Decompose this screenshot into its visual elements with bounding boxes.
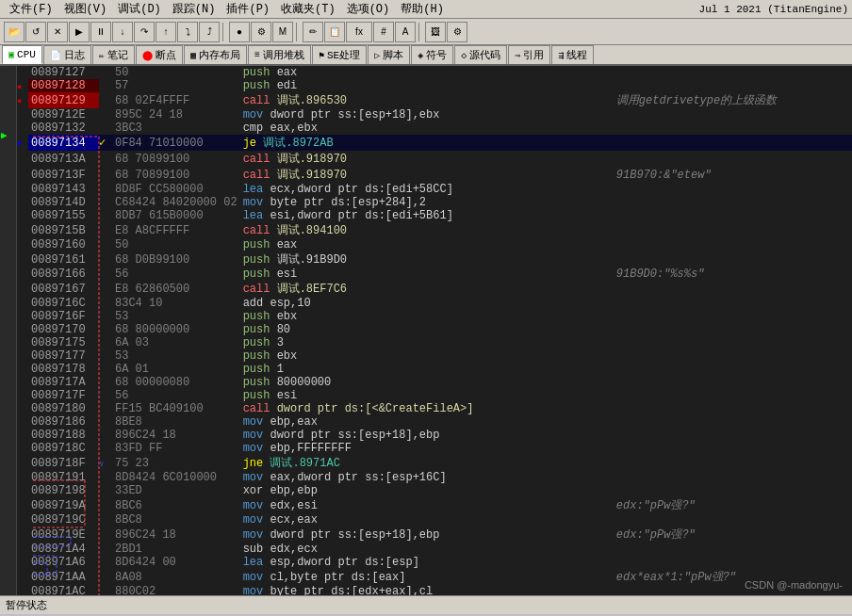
row-addr[interactable]: 0089716C [28, 297, 99, 310]
row-addr[interactable]: 00897128 [28, 79, 99, 92]
row-addr[interactable]: 00897143 [28, 183, 99, 196]
toolbar-step-over[interactable]: ↷ [134, 22, 155, 42]
table-row[interactable]: 0089719C 8BC8 mov ecx,eax [28, 513, 852, 527]
row-addr[interactable]: 0089718F [28, 455, 99, 471]
table-row[interactable]: 008971A6 8D6424 00 lea esp,dword ptr ds:… [28, 556, 852, 569]
menu-trace[interactable]: 跟踪(N) [167, 1, 221, 17]
menu-help[interactable]: 帮助(H) [395, 1, 450, 17]
table-row[interactable]: 0089717A 68 00000080 push 80000000 [28, 376, 852, 389]
table-row[interactable]: 008971A4 2BD1 sub edx,ecx [28, 543, 852, 556]
table-row[interactable]: 00897161 68 D0B99100 push 调试.91B9D0 [28, 251, 852, 267]
tab-refs[interactable]: ⇒ 引用 [508, 45, 550, 64]
row-addr[interactable]: 00897160 [28, 238, 99, 251]
row-addr[interactable]: 008971A6 [28, 556, 99, 569]
table-row[interactable]: 0089715B E8 A8CFFFFF call 调试.894100 [28, 222, 852, 238]
tab-memory[interactable]: ▦ 内存布局 [184, 45, 247, 64]
table-row[interactable]: 00897178 6A 01 push 1 [28, 363, 852, 376]
tab-symbols[interactable]: ◈ 符号 [411, 45, 453, 64]
toolbar-alloc[interactable]: M [272, 22, 293, 42]
row-addr[interactable]: 0089717A [28, 376, 99, 389]
table-row[interactable]: 0089718C 83FD FF mov ebp,FFFFFFFF [28, 442, 852, 455]
row-addr[interactable]: 0089715B [28, 222, 99, 238]
row-addr[interactable]: 00897170 [28, 323, 99, 336]
toolbar-step-out[interactable]: ↑ [156, 22, 176, 42]
toolbar-call-stack[interactable]: 📋 [324, 22, 345, 42]
toolbar-restart[interactable]: ↺ [25, 22, 46, 42]
row-addr[interactable]: 0089712E [28, 108, 99, 122]
row-addr[interactable]: 0089719E [28, 527, 99, 543]
row-addr[interactable]: 00897129 [28, 92, 99, 108]
table-row[interactable]: 00897170 68 80000000 push 80 [28, 323, 852, 336]
table-row[interactable]: 0089713A 68 70899100 call 调试.918970 [28, 151, 852, 167]
table-row[interactable]: 00897175 6A 03 push 3 [28, 336, 852, 349]
row-addr[interactable]: 00897166 [28, 267, 99, 281]
toolbar-animate-over[interactable]: ⤴ [199, 22, 220, 42]
table-row[interactable]: 00897134 ✓ 0F84 71010000 je 调试.8972AB [28, 135, 852, 151]
row-addr[interactable]: 00897198 [28, 484, 99, 497]
row-addr[interactable]: 0089714D [28, 196, 99, 209]
table-row[interactable]: 008971AA 8A08 mov cl,byte ptr ds:[eax] e… [28, 569, 852, 585]
table-row[interactable]: 00897167 E8 62860500 call 调试.8EF7C6 [28, 281, 852, 297]
tab-log[interactable]: 📄 日志 [43, 45, 91, 64]
row-addr[interactable]: 00897175 [28, 336, 99, 349]
row-addr[interactable]: 0089718C [28, 442, 99, 455]
toolbar-bp[interactable]: ● [229, 22, 250, 42]
table-row[interactable]: 00897186 8BE8 mov ebp,eax [28, 415, 852, 429]
toolbar-fx[interactable]: fx [346, 22, 372, 42]
row-addr[interactable]: 008971AC [28, 585, 99, 595]
tab-threads[interactable]: ⇶ 线程 [551, 45, 594, 64]
table-row[interactable]: 00897160 50 push eax [28, 238, 852, 251]
row-addr[interactable]: 0089719A [28, 497, 99, 513]
menu-debug[interactable]: 调试(D) [112, 1, 167, 17]
row-addr[interactable]: 00897177 [28, 349, 99, 363]
tab-script[interactable]: ▷ 脚本 [368, 45, 410, 64]
table-row[interactable]: 0089716C 83C4 10 add esp,10 [28, 297, 852, 310]
toolbar-close[interactable]: ✕ [47, 22, 68, 42]
row-addr[interactable]: 0089713A [28, 151, 99, 167]
tab-callstack[interactable]: ≡ 调用堆栈 [248, 45, 311, 64]
row-addr[interactable]: 00897167 [28, 281, 99, 297]
table-row[interactable]: 00897166 56 push esi 91B9D0:"%s%s" [28, 267, 852, 281]
menu-view[interactable]: 视图(V) [58, 1, 113, 17]
row-addr[interactable]: 00897178 [28, 363, 99, 376]
table-row[interactable]: 00897180 FF15 BC409100 call dword ptr ds… [28, 402, 852, 415]
tab-notes[interactable]: ✏ 笔记 [92, 45, 135, 64]
toolbar-patch[interactable]: ✏ [303, 22, 323, 42]
row-addr[interactable]: 00897161 [28, 251, 99, 267]
table-row[interactable]: 00897155 8DB7 615B0000 lea esi,dword ptr… [28, 209, 852, 222]
table-row[interactable]: 008971AC 880C02 mov byte ptr ds:[edx+eax… [28, 585, 852, 595]
tab-source[interactable]: ◇ 源代码 [454, 45, 507, 64]
tab-breakpoints[interactable]: ⬤ 断点 [136, 45, 183, 64]
table-row[interactable]: 0089719E 896C24 18 mov dword ptr ss:[esp… [28, 527, 852, 543]
menu-options[interactable]: 选项(O) [341, 1, 396, 17]
table-row[interactable]: 00897177 53 push ebx [28, 349, 852, 363]
tab-cpu[interactable]: ▣ CPU [2, 45, 42, 64]
row-addr[interactable]: 0089716F [28, 310, 99, 323]
table-row[interactable]: 0089712E 895C 24 18 mov dword ptr ss:[es… [28, 108, 852, 122]
row-addr[interactable]: 0089717F [28, 389, 99, 402]
table-row[interactable]: 00897188 896C24 18 mov dword ptr ss:[esp… [28, 429, 852, 442]
row-addr[interactable]: 00897134 [28, 135, 99, 151]
row-addr[interactable]: 00897132 [28, 122, 99, 135]
row-addr[interactable]: 00897180 [28, 402, 99, 415]
table-row[interactable]: 0089717F 56 push esi [28, 389, 852, 402]
toolbar-hash[interactable]: # [373, 22, 394, 42]
row-addr[interactable]: 008971AA [28, 569, 99, 585]
toolbar-screenshot[interactable]: 🖼 [425, 22, 446, 42]
table-row[interactable]: 00897198 33ED xor ebp,ebp [28, 484, 852, 497]
menu-file[interactable]: 文件(F) [4, 1, 58, 17]
table-row[interactable]: 00897191 8D8424 6C010000 mov eax,dword p… [28, 471, 852, 484]
row-addr[interactable]: 0089719C [28, 513, 99, 527]
row-addr[interactable]: 00897127 [28, 66, 99, 79]
disasm-scroll[interactable]: 00897127 50 push eax 00897128 57 push ed… [28, 66, 852, 595]
toolbar-font[interactable]: A [395, 22, 416, 42]
toolbar-pause[interactable]: ⏸ [90, 22, 111, 42]
toolbar-settings[interactable]: ⚙ [447, 22, 467, 42]
toolbar-animate-into[interactable]: ⤵ [177, 22, 198, 42]
row-addr[interactable]: 00897191 [28, 471, 99, 484]
table-row[interactable]: 00897143 8D8F CC580000 lea ecx,dword ptr… [28, 183, 852, 196]
table-row[interactable]: 0089714D C68424 84020000 02 mov byte ptr… [28, 196, 852, 209]
table-row[interactable]: 0089713F 68 70899100 call 调试.918970 91B9… [28, 167, 852, 183]
table-row[interactable]: 00897129 68 02F4FFFF call 调试.896530 调用ge… [28, 92, 852, 108]
menu-plugins[interactable]: 插件(P) [221, 1, 275, 17]
